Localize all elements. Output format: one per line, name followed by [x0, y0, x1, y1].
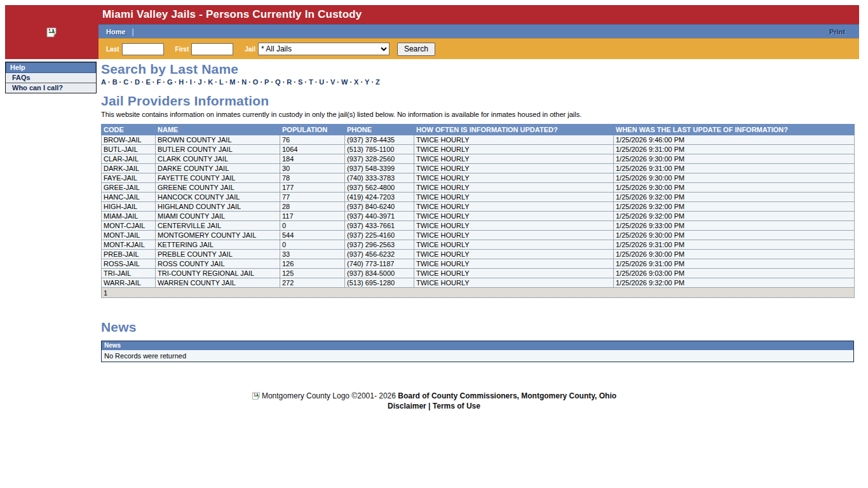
- sidebar-header-help: Help: [6, 62, 96, 73]
- table-cell: TWICE HOURLY: [414, 183, 614, 193]
- table-row: FAYE-JAILFAYETTE COUNTY JAIL78(740) 333-…: [102, 173, 855, 183]
- table-cell: (937) 440-3971: [345, 212, 414, 221]
- pager-page-number[interactable]: 1: [102, 288, 855, 298]
- table-cell: 0: [280, 221, 345, 231]
- table-row: DARK-JAILDARKE COUNTY JAIL30(937) 548-33…: [102, 164, 855, 173]
- disclaimer-link[interactable]: Disclaimer: [388, 402, 426, 410]
- letter-link-w[interactable]: W: [341, 78, 348, 86]
- table-header-row: CODE NAME POPULATION PHONE HOW OFTEN IS …: [102, 125, 855, 135]
- news-table-header: News: [102, 341, 854, 350]
- letter-link-h[interactable]: H: [179, 78, 184, 86]
- table-cell: 125: [280, 269, 345, 278]
- letter-separator: ·: [302, 78, 309, 86]
- letter-separator: ·: [247, 78, 253, 86]
- letter-link-d[interactable]: D: [135, 78, 140, 86]
- table-cell: 1/25/2026 9:33:00 PM: [614, 221, 855, 231]
- table-cell: GREE-JAIL: [102, 183, 156, 193]
- table-row: MIAM-JAILMIAMI COUNTY JAIL117(937) 440-3…: [102, 212, 855, 221]
- jail-providers-description: This website contains information on inm…: [101, 111, 854, 118]
- table-cell: (937) 834-5000: [345, 269, 414, 278]
- letter-link-b[interactable]: B: [112, 78, 118, 86]
- table-cell: TRI-COUNTY REGIONAL JAIL: [156, 269, 280, 278]
- table-cell: DARK-JAIL: [102, 164, 156, 173]
- letter-link-q[interactable]: Q: [275, 78, 281, 86]
- letter-link-a[interactable]: A: [101, 78, 106, 86]
- col-header-last-update: WHEN WAS THE LAST UPDATE OF INFORMATION?: [614, 125, 855, 135]
- table-cell: 33: [280, 250, 345, 259]
- nav-print-link[interactable]: Print: [829, 28, 845, 36]
- table-cell: (419) 424-7203: [345, 193, 414, 202]
- letter-separator: ·: [369, 78, 376, 86]
- table-cell: 1/25/2026 9:31:00 PM: [614, 145, 855, 154]
- help-sidebar: Help FAQs Who can I call?: [5, 62, 97, 93]
- letter-link-m[interactable]: M: [229, 78, 235, 86]
- table-cell: 117: [280, 212, 345, 221]
- news-table: News No Records were returned: [101, 341, 854, 362]
- letter-separator: ·: [236, 78, 242, 86]
- table-cell: TRI-JAIL: [102, 269, 156, 278]
- page-title: Miami Valley Jails - Persons Currently I…: [102, 8, 362, 21]
- site-logo: [5, 5, 98, 59]
- terms-of-use-link[interactable]: Terms of Use: [433, 402, 480, 410]
- col-header-phone: PHONE: [345, 125, 414, 135]
- letter-link-e[interactable]: E: [146, 78, 151, 86]
- table-cell: 1/25/2026 9:46:00 PM: [614, 135, 855, 145]
- letter-separator: ·: [313, 78, 320, 86]
- table-cell: BUTLER COUNTY JAIL: [156, 145, 280, 154]
- first-name-input[interactable]: [191, 43, 233, 55]
- table-cell: 77: [280, 193, 345, 202]
- table-cell: TWICE HOURLY: [414, 173, 614, 183]
- footer-link-separator: |: [428, 402, 430, 410]
- letter-link-l[interactable]: L: [219, 78, 224, 86]
- letter-link-t[interactable]: T: [309, 78, 313, 86]
- table-cell: TWICE HOURLY: [414, 145, 614, 154]
- table-cell: TWICE HOURLY: [414, 193, 614, 202]
- letter-link-n[interactable]: N: [241, 78, 247, 86]
- table-cell: 1/25/2026 9:30:00 PM: [614, 250, 855, 259]
- jail-select[interactable]: * All Jails: [258, 43, 390, 55]
- table-row: PREB-JAILPREBLE COUNTY JAIL33(937) 456-6…: [102, 250, 855, 259]
- table-row: MONT-CJAILCENTERVILLE JAIL0(937) 433-766…: [102, 221, 855, 231]
- table-cell: (513) 785-1100: [345, 145, 414, 154]
- letter-separator: ·: [269, 78, 275, 86]
- table-cell: 1/25/2026 9:32:00 PM: [614, 202, 855, 212]
- alphabet-links: A·B·C·D·E·F·G·H·I·J·K·L·M·N·O·P·Q·R·S·T·…: [101, 78, 854, 86]
- news-heading: News: [101, 320, 854, 335]
- table-cell: MONT-CJAIL: [102, 221, 156, 231]
- letter-link-c[interactable]: C: [123, 78, 128, 86]
- letter-link-j[interactable]: J: [198, 78, 202, 86]
- col-header-update-frequency: HOW OFTEN IS INFORMATION UPDATED?: [414, 125, 614, 135]
- sidebar-item-who-can-i-call[interactable]: Who can I call?: [6, 83, 96, 93]
- table-cell: 1/25/2026 9:30:00 PM: [614, 231, 855, 240]
- table-cell: TWICE HOURLY: [414, 164, 614, 173]
- search-by-last-name-heading: Search by Last Name: [101, 62, 854, 77]
- sidebar-item-faqs[interactable]: FAQs: [6, 73, 96, 83]
- col-header-name: NAME: [156, 125, 280, 135]
- table-row: HANC-JAILHANCOCK COUNTY JAIL77(419) 424-…: [102, 193, 855, 202]
- broken-image-icon: [46, 27, 57, 38]
- letter-separator: ·: [202, 78, 208, 86]
- table-cell: (937) 378-4435: [345, 135, 414, 145]
- letter-link-z[interactable]: Z: [376, 78, 380, 86]
- letter-separator: ·: [258, 78, 264, 86]
- table-cell: 78: [280, 173, 345, 183]
- table-cell: 1/25/2026 9:30:00 PM: [614, 173, 855, 183]
- letter-separator: ·: [292, 78, 298, 86]
- table-cell: 177: [280, 183, 345, 193]
- table-cell: 272: [280, 278, 345, 288]
- table-row: BROW-JAILBROWN COUNTY JAIL76(937) 378-44…: [102, 135, 855, 145]
- search-button[interactable]: Search: [397, 43, 435, 56]
- letter-separator: ·: [161, 78, 167, 86]
- table-cell: CLARK COUNTY JAIL: [156, 154, 280, 164]
- last-name-input[interactable]: [122, 43, 164, 55]
- nav-home-link[interactable]: Home: [106, 28, 126, 36]
- table-row: MONT-KJAILKETTERING JAIL0(937) 296-2563T…: [102, 240, 855, 250]
- table-cell: 30: [280, 164, 345, 173]
- table-cell: PREBLE COUNTY JAIL: [156, 250, 280, 259]
- table-cell: (937) 328-2560: [345, 154, 414, 164]
- table-cell: ROSS-JAIL: [102, 259, 156, 269]
- table-cell: FAYE-JAIL: [102, 173, 156, 183]
- letter-separator: ·: [128, 78, 135, 86]
- table-row: CLAR-JAILCLARK COUNTY JAIL184(937) 328-2…: [102, 154, 855, 164]
- letter-separator: ·: [172, 78, 179, 86]
